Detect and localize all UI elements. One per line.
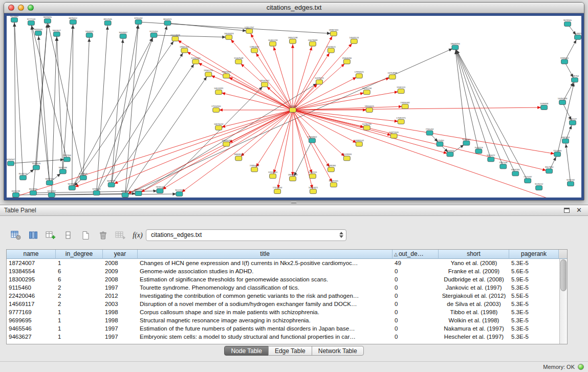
graph-node[interactable] bbox=[328, 48, 334, 53]
table-row[interactable]: 911546021997Tourette syndrome. Phenomeno… bbox=[7, 283, 567, 292]
graph-node[interactable] bbox=[488, 157, 494, 162]
graph-edge[interactable] bbox=[125, 74, 209, 195]
graph-node[interactable] bbox=[59, 169, 66, 174]
graph-node[interactable] bbox=[223, 74, 230, 78]
graph-node[interactable] bbox=[437, 142, 443, 146]
graph-edge[interactable] bbox=[72, 39, 176, 188]
graph-node[interactable] bbox=[290, 39, 296, 43]
column-header-out_de[interactable]: △out_de… bbox=[393, 250, 439, 259]
graph-node[interactable] bbox=[343, 156, 350, 161]
graph-node[interactable] bbox=[398, 89, 404, 94]
graph-node[interactable] bbox=[290, 177, 296, 181]
graph-node[interactable] bbox=[33, 165, 39, 170]
graph-edge[interactable] bbox=[72, 22, 73, 188]
graph-edge[interactable] bbox=[179, 110, 293, 194]
graph-node[interactable] bbox=[135, 191, 142, 196]
table-row[interactable]: 1938455462009Genome-wide association stu… bbox=[7, 267, 567, 275]
new-table-button[interactable] bbox=[78, 229, 93, 242]
graph-edge[interactable] bbox=[293, 92, 367, 110]
graph-edge[interactable] bbox=[273, 110, 293, 176]
graph-node[interactable] bbox=[44, 18, 51, 23]
graph-node[interactable] bbox=[575, 35, 581, 39]
graph-edge[interactable] bbox=[38, 33, 50, 183]
graph-node[interactable] bbox=[402, 104, 408, 109]
graph-node[interactable] bbox=[12, 193, 19, 198]
column-header-year[interactable]: year bbox=[103, 250, 138, 259]
table-row[interactable]: 1830029562008Estimation of significance … bbox=[7, 275, 567, 283]
graph-node[interactable] bbox=[447, 152, 453, 157]
graph-edge[interactable] bbox=[565, 141, 571, 184]
graph-edge[interactable] bbox=[83, 35, 90, 178]
graph-edge[interactable] bbox=[31, 23, 50, 183]
graph-edge[interactable] bbox=[293, 110, 347, 158]
table-row[interactable]: 977716911998Corpus callosum shape and si… bbox=[7, 308, 567, 316]
column-header-in_degree[interactable]: in_degree bbox=[56, 250, 103, 259]
panel-resize-grip[interactable] bbox=[291, 202, 297, 204]
minimize-window-button[interactable] bbox=[18, 5, 24, 11]
close-window-button[interactable] bbox=[8, 5, 14, 11]
graph-edge[interactable] bbox=[72, 110, 293, 188]
citation-network-graph[interactable]: 1724096186644211625123417894321194040561… bbox=[7, 16, 581, 198]
graph-node[interactable] bbox=[559, 100, 566, 105]
window-titlebar[interactable]: citations_edges.txt bbox=[4, 3, 584, 13]
graph-node[interactable] bbox=[452, 45, 459, 50]
graph-edge[interactable] bbox=[160, 110, 293, 191]
graph-node[interactable] bbox=[512, 171, 519, 176]
graph-node[interactable] bbox=[290, 107, 296, 112]
close-panel-icon[interactable]: ✕ bbox=[576, 206, 582, 214]
graph-node[interactable] bbox=[213, 107, 220, 112]
graph-node[interactable] bbox=[389, 75, 396, 79]
graph-node[interactable] bbox=[69, 186, 75, 190]
graph-node[interactable] bbox=[330, 183, 337, 187]
graph-node[interactable] bbox=[398, 119, 404, 124]
graph-node[interactable] bbox=[11, 17, 17, 22]
graph-node[interactable] bbox=[363, 125, 370, 130]
graph-node[interactable] bbox=[562, 139, 569, 143]
graph-edge[interactable] bbox=[273, 44, 293, 110]
graph-node[interactable] bbox=[309, 174, 316, 179]
graph-node[interactable] bbox=[475, 149, 482, 154]
graph-node[interactable] bbox=[28, 20, 34, 25]
graph-node[interactable] bbox=[356, 142, 362, 146]
graph-node[interactable] bbox=[390, 134, 397, 138]
tab-node-table[interactable]: Node Table bbox=[224, 346, 269, 356]
graph-node[interactable] bbox=[310, 189, 316, 194]
graph-node[interactable] bbox=[351, 39, 357, 43]
column-header-pagerank[interactable]: pagerank bbox=[509, 250, 559, 259]
graph-node[interactable] bbox=[226, 35, 232, 39]
graph-edge[interactable] bbox=[293, 110, 313, 176]
table-row[interactable]: 1872400712008Changes of HCN gene express… bbox=[7, 259, 567, 267]
graph-node[interactable] bbox=[80, 176, 86, 180]
table-row[interactable]: 946554611997Estimation of the future num… bbox=[7, 324, 567, 333]
graph-edge[interactable] bbox=[219, 92, 293, 110]
graph-node[interactable] bbox=[500, 164, 507, 169]
graph-edge[interactable] bbox=[293, 110, 394, 136]
graph-edge[interactable] bbox=[97, 23, 108, 193]
graph-edge[interactable] bbox=[175, 39, 293, 110]
graph-edge[interactable] bbox=[293, 110, 359, 144]
graph-edge[interactable] bbox=[31, 23, 67, 159]
column-header-title[interactable]: title bbox=[138, 250, 393, 259]
graph-edge[interactable] bbox=[455, 48, 515, 174]
graph-node[interactable] bbox=[120, 34, 126, 38]
zoom-window-button[interactable] bbox=[28, 5, 34, 11]
graph-node[interactable] bbox=[316, 80, 322, 84]
vertical-scrollbar[interactable] bbox=[559, 259, 567, 344]
graph-edge[interactable] bbox=[293, 110, 401, 122]
graph-node[interactable] bbox=[235, 156, 242, 161]
graph-node[interactable] bbox=[561, 59, 568, 64]
table-select-combo[interactable]: citations_edges.txt bbox=[146, 229, 346, 241]
graph-edge[interactable] bbox=[293, 51, 331, 110]
graph-node[interactable] bbox=[135, 19, 142, 24]
graph-edge[interactable] bbox=[167, 23, 249, 31]
graph-node[interactable] bbox=[215, 90, 222, 95]
graph-node[interactable] bbox=[330, 31, 337, 36]
import-table-button[interactable] bbox=[113, 229, 128, 242]
show-columns-button[interactable] bbox=[26, 229, 41, 242]
graph-node[interactable] bbox=[46, 181, 53, 185]
graph-edge[interactable] bbox=[238, 110, 293, 158]
graph-edge[interactable] bbox=[293, 61, 347, 110]
column-header-name[interactable]: name bbox=[7, 250, 56, 259]
row-options-button[interactable] bbox=[60, 229, 76, 242]
table-row[interactable]: 969969511998Structural magnetic resonanc… bbox=[7, 316, 567, 324]
